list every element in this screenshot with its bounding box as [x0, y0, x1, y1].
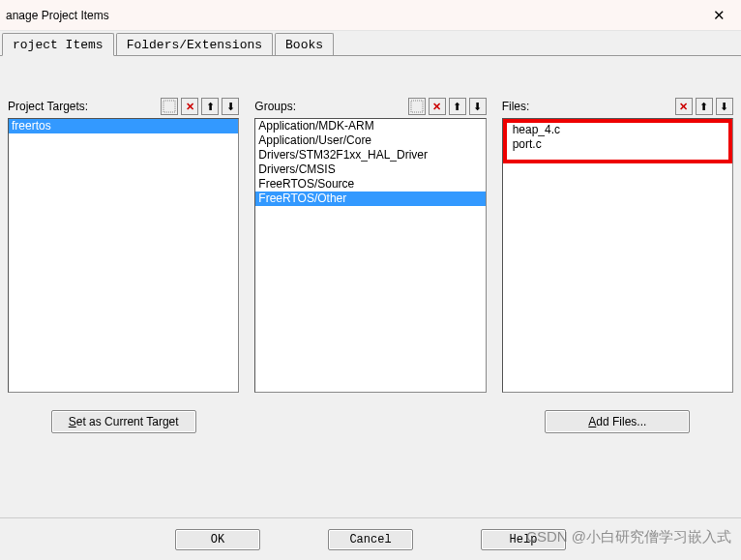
targets-action: Set as Current Target	[8, 410, 239, 433]
groups-action	[254, 410, 486, 433]
delete-icon: ✕	[186, 101, 194, 113]
arrow-up-icon: ⬆	[699, 101, 708, 113]
close-icon: ✕	[713, 7, 726, 24]
delete-file-button[interactable]: ✕	[675, 98, 693, 115]
watermark: CSDN @小白研究僧学习嵌入式	[526, 528, 731, 546]
col-groups: Groups: ✕ ⬆ ⬇ Application/MDK-ARM Applic…	[254, 97, 486, 393]
move-down-group-button[interactable]: ⬇	[469, 98, 487, 115]
col-files: Files: ✕ ⬆ ⬇ heap_4.c port.c	[502, 97, 733, 393]
arrow-up-icon: ⬆	[453, 101, 461, 113]
list-item[interactable]: Application/User/Core	[255, 133, 485, 148]
move-up-file-button[interactable]: ⬆	[696, 98, 713, 115]
groups-listbox[interactable]: Application/MDK-ARM Application/User/Cor…	[254, 118, 486, 393]
list-item[interactable]: Drivers/CMSIS	[255, 162, 485, 177]
col-targets-toolbar: ✕ ⬆ ⬇	[161, 98, 239, 115]
list-item[interactable]: FreeRTOS/Other	[255, 192, 485, 206]
list-item[interactable]: FreeRTOS/Source	[255, 177, 485, 192]
delete-icon: ✕	[679, 101, 688, 113]
files-action: Add Files...	[502, 410, 733, 433]
col-files-label: Files:	[502, 100, 530, 113]
targets-listbox[interactable]: freertos	[8, 118, 239, 393]
delete-group-button[interactable]: ✕	[429, 98, 446, 115]
delete-target-button[interactable]: ✕	[181, 98, 198, 115]
action-row: Set as Current Target Add Files...	[8, 410, 733, 433]
list-item[interactable]: freertos	[9, 119, 238, 133]
list-item[interactable]: port.c	[510, 137, 726, 152]
highlight-annotation: heap_4.c port.c	[503, 119, 732, 163]
list-item[interactable]: Drivers/STM32F1xx_HAL_Driver	[255, 148, 485, 162]
new-icon	[163, 100, 176, 113]
tab-books[interactable]: Books	[275, 33, 334, 55]
tabs: roject Items Folders/Extensions Books	[0, 31, 741, 56]
svg-rect-1	[411, 101, 423, 112]
tab-project-items[interactable]: roject Items	[2, 33, 114, 56]
list-item[interactable]: Application/MDK-ARM	[255, 119, 485, 133]
move-down-file-button[interactable]: ⬇	[716, 98, 733, 115]
svg-rect-0	[163, 101, 175, 112]
arrow-down-icon: ⬇	[720, 101, 728, 113]
col-groups-label: Groups:	[254, 100, 296, 113]
col-groups-header: Groups: ✕ ⬆ ⬇	[254, 97, 486, 116]
arrow-down-icon: ⬇	[226, 101, 235, 113]
set-current-target-button[interactable]: Set as Current Target	[51, 410, 196, 433]
arrow-down-icon: ⬇	[473, 101, 482, 113]
move-down-target-button[interactable]: ⬇	[222, 98, 239, 115]
add-files-button[interactable]: Add Files...	[545, 410, 690, 433]
columns: Project Targets: ✕ ⬆ ⬇ freertos Groups: …	[8, 97, 733, 393]
delete-icon: ✕	[432, 101, 441, 113]
arrow-up-icon: ⬆	[206, 101, 215, 113]
col-groups-toolbar: ✕ ⬆ ⬇	[408, 98, 487, 115]
cancel-button[interactable]: Cancel	[328, 529, 413, 550]
titlebar: anage Project Items ✕	[0, 0, 741, 31]
col-files-header: Files: ✕ ⬆ ⬇	[502, 97, 733, 116]
ok-button[interactable]: OK	[175, 529, 260, 550]
new-target-button[interactable]	[161, 98, 178, 115]
files-listbox[interactable]: heap_4.c port.c	[502, 118, 733, 393]
move-up-group-button[interactable]: ⬆	[449, 98, 466, 115]
col-files-toolbar: ✕ ⬆ ⬇	[675, 98, 733, 115]
col-targets-label: Project Targets:	[8, 100, 88, 113]
tab-folders-extensions[interactable]: Folders/Extensions	[116, 33, 273, 55]
move-up-target-button[interactable]: ⬆	[201, 98, 219, 115]
close-button[interactable]: ✕	[697, 0, 741, 31]
list-item[interactable]: heap_4.c	[510, 123, 726, 137]
col-targets-header: Project Targets: ✕ ⬆ ⬇	[8, 97, 239, 116]
new-group-button[interactable]	[408, 98, 426, 115]
col-targets: Project Targets: ✕ ⬆ ⬇ freertos	[8, 97, 239, 393]
content-area: Project Targets: ✕ ⬆ ⬇ freertos Groups: …	[0, 56, 741, 511]
window-title: anage Project Items	[6, 9, 109, 22]
new-icon	[410, 100, 424, 113]
